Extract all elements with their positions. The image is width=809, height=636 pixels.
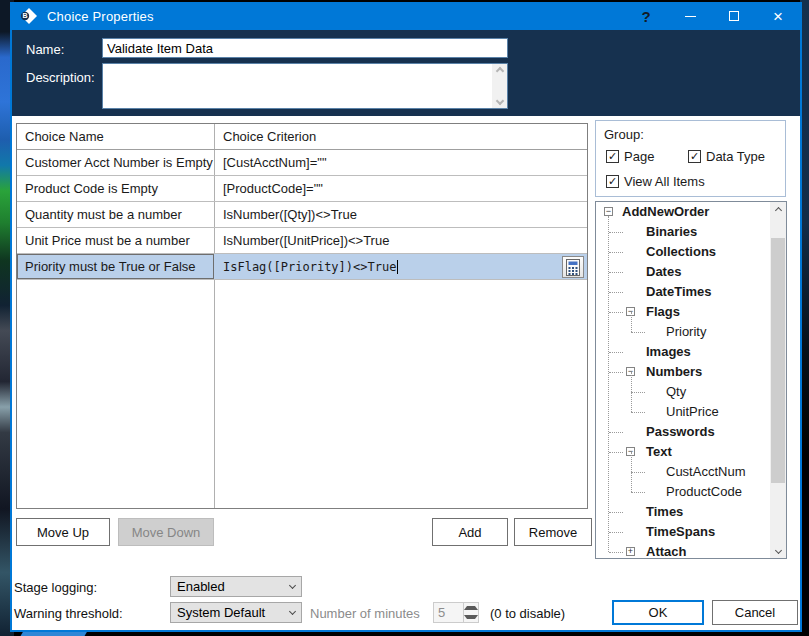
choice-name-cell[interactable]: Unit Price must be a number <box>17 228 214 253</box>
tree-item[interactable]: Priority <box>596 322 770 342</box>
choice-criterion-cell[interactable]: IsNumber([Qty])<>True <box>214 202 587 227</box>
cancel-button[interactable]: Cancel <box>712 600 798 625</box>
tree-scrollbar[interactable] <box>770 202 786 558</box>
choice-name-cell[interactable]: Priority must be True or False <box>17 254 214 279</box>
table-row[interactable]: Priority must be True or False IsFlag([P… <box>17 254 587 280</box>
tree-item-label[interactable]: Collections <box>596 244 716 259</box>
tree-item[interactable]: Images <box>596 342 770 362</box>
choice-name-cell[interactable]: Product Code is Empty <box>17 176 214 201</box>
title-bar[interactable]: B Choice Properties ? × <box>12 2 800 30</box>
remove-button[interactable]: Remove <box>514 518 592 546</box>
checkbox-icon: ✓ <box>688 150 701 163</box>
move-up-button[interactable]: Move Up <box>16 518 110 546</box>
name-input[interactable] <box>102 38 508 58</box>
data-item-tree[interactable]: − AddNewOrder Binaries Collections Dates <box>595 201 787 559</box>
description-field-wrap <box>102 63 508 109</box>
table-row[interactable]: Quantity must be a number IsNumber([Qty]… <box>17 202 587 228</box>
group-panel: Group: ✓ Page ✓ Data Type ✓ View All Ite… <box>595 120 786 197</box>
tree-item[interactable]: + Attach <box>596 542 770 558</box>
expression-editor-button[interactable] <box>562 256 584 278</box>
choice-name-cell[interactable]: Customer Acct Number is Empty <box>17 150 214 175</box>
tree-item[interactable]: Times <box>596 502 770 522</box>
stage-logging-dropdown[interactable]: Enabled <box>170 576 302 597</box>
tree-item[interactable]: − Flags <box>596 302 770 322</box>
ok-button[interactable]: OK <box>612 600 704 625</box>
checkbox-label: Page <box>624 149 654 164</box>
tree-item-label[interactable]: Images <box>596 344 691 359</box>
tree-item-label[interactable]: Dates <box>596 264 681 279</box>
choice-criterion-cell[interactable]: [CustAcctNum]="" <box>214 150 587 175</box>
tree-item-label[interactable]: Passwords <box>596 424 715 439</box>
tree-expander-icon[interactable]: + <box>626 547 635 556</box>
down-arrow-icon <box>464 615 478 619</box>
minimize-button[interactable] <box>668 2 712 30</box>
warning-threshold-label: Warning threshold: <box>14 606 123 621</box>
maximize-button[interactable] <box>712 2 756 30</box>
checkbox-icon: ✓ <box>606 150 619 163</box>
tree-item[interactable]: UnitPrice <box>596 402 770 422</box>
checkbox-data-type[interactable]: ✓ Data Type <box>688 149 765 164</box>
table-row[interactable]: Product Code is Empty [ProductCode]="" <box>17 176 587 202</box>
choice-criterion-cell[interactable]: IsNumber([UnitPrice])<>True <box>214 228 587 253</box>
tree-item-label[interactable]: Flags <box>596 304 680 319</box>
tree-item-label[interactable]: CustAcctNum <box>596 464 745 479</box>
text-caret <box>397 260 398 274</box>
tree-item[interactable]: CustAcctNum <box>596 462 770 482</box>
tree-item-label[interactable]: UnitPrice <box>596 404 719 419</box>
column-header-choice-name: Choice Name <box>17 129 214 144</box>
tree-item-label[interactable]: ProductCode <box>596 484 742 499</box>
maximize-icon <box>729 11 739 21</box>
help-button[interactable]: ? <box>624 2 668 30</box>
tree-item-label[interactable]: Priority <box>596 324 706 339</box>
tree-item[interactable]: Collections <box>596 242 770 262</box>
close-button[interactable]: × <box>756 2 800 30</box>
dropdown-value: System Default <box>177 605 265 620</box>
checkbox-view-all-items[interactable]: ✓ View All Items <box>606 174 705 189</box>
description-label: Description: <box>26 70 95 85</box>
tree-item-label[interactable]: Numbers <box>596 364 702 379</box>
tree-item-label[interactable]: Qty <box>596 384 686 399</box>
tree-item[interactable]: Dates <box>596 262 770 282</box>
scroll-up-icon[interactable] <box>770 202 786 218</box>
tree-item-label[interactable]: DateTimes <box>596 284 712 299</box>
tree-item[interactable]: Qty <box>596 382 770 402</box>
scroll-down-icon[interactable] <box>770 542 786 558</box>
move-down-button: Move Down <box>118 518 214 546</box>
table-row[interactable]: Unit Price must be a number IsNumber([Un… <box>17 228 587 254</box>
warning-threshold-dropdown[interactable]: System Default <box>170 602 302 623</box>
tree-item[interactable]: − Numbers <box>596 362 770 382</box>
choice-table[interactable]: Choice Name Choice Criterion Customer Ac… <box>16 123 588 509</box>
desktop: B Choice Properties ? × Name: Descriptio… <box>0 0 809 636</box>
tree-item-label[interactable]: Binaries <box>596 224 697 239</box>
tree-item[interactable]: Binaries <box>596 222 770 242</box>
window-title: Choice Properties <box>47 9 154 24</box>
spinner-up-button[interactable] <box>464 603 478 613</box>
tree-item-label[interactable]: AddNewOrder <box>596 204 709 219</box>
tree-item[interactable]: − AddNewOrder <box>596 202 770 222</box>
checkbox-label: Data Type <box>706 149 765 164</box>
checkbox-page[interactable]: ✓ Page <box>606 149 654 164</box>
description-scrollbar[interactable] <box>492 64 507 108</box>
name-label: Name: <box>26 42 64 57</box>
choice-name-cell[interactable]: Quantity must be a number <box>17 202 214 227</box>
spinner-value: 5 <box>434 603 463 622</box>
scrollbar-thumb[interactable] <box>771 238 785 483</box>
spinner-down-button[interactable] <box>464 613 478 623</box>
tree-item[interactable]: ProductCode <box>596 482 770 502</box>
tree-item-label[interactable]: TimeSpans <box>596 524 715 539</box>
table-row[interactable]: Customer Acct Number is Empty [CustAcctN… <box>17 150 587 176</box>
choice-criterion-cell[interactable]: [ProductCode]="" <box>214 176 587 201</box>
minutes-spinner[interactable]: 5 <box>433 602 479 623</box>
tree-item[interactable]: Passwords <box>596 422 770 442</box>
help-icon: ? <box>641 8 650 25</box>
choice-criterion-cell[interactable]: IsFlag([Priority])<>True <box>214 254 587 279</box>
tree-item-label[interactable]: Times <box>596 504 683 519</box>
scroll-down-icon <box>495 97 503 105</box>
add-button[interactable]: Add <box>432 518 508 546</box>
tree-item[interactable]: TimeSpans <box>596 522 770 542</box>
tree-item-label[interactable]: Attach <box>596 544 686 558</box>
tree-item[interactable]: DateTimes <box>596 282 770 302</box>
description-input[interactable] <box>103 64 492 108</box>
tree-expander-icon[interactable]: − <box>604 207 613 216</box>
tree-item[interactable]: − Text <box>596 442 770 462</box>
